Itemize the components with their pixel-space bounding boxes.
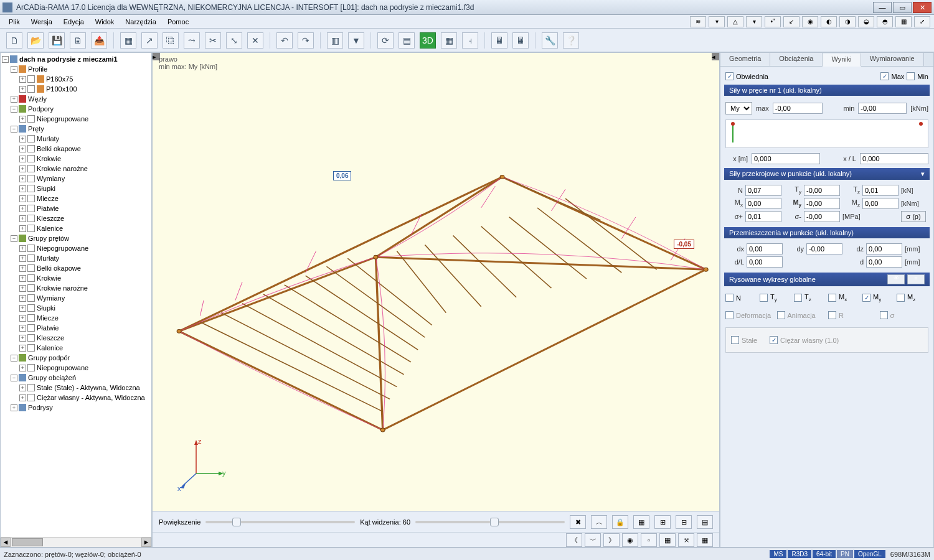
- chk-obwiednia[interactable]: ✓: [725, 72, 734, 80]
- save-as-icon[interactable]: 🗎: [70, 32, 86, 49]
- rbtn-1[interactable]: ≋: [690, 16, 706, 27]
- axis-toggle-icon[interactable]: ⤧: [678, 533, 694, 547]
- min-input[interactable]: [858, 103, 907, 114]
- zoom-slider[interactable]: [205, 521, 355, 523]
- menu-plik[interactable]: Plik: [4, 17, 25, 27]
- rbtn-9[interactable]: ◑: [839, 16, 856, 27]
- tree-item[interactable]: +Płatwie: [2, 323, 150, 333]
- rbtn-6[interactable]: ↙: [783, 16, 800, 27]
- tz-input[interactable]: [862, 185, 899, 196]
- chk-tz[interactable]: [794, 294, 802, 302]
- tree-item[interactable]: +Belki okapowe: [2, 144, 150, 154]
- maximize-button[interactable]: ▭: [893, 2, 912, 13]
- globe-icon[interactable]: ◉: [622, 533, 638, 547]
- tree-root[interactable]: −dach na podrysie z mieczami1: [2, 54, 150, 64]
- viewport-handle-icon[interactable]: ◂: [712, 53, 719, 60]
- grid-icon[interactable]: ▦: [120, 32, 136, 49]
- ty-input[interactable]: [804, 185, 840, 196]
- angle-slider[interactable]: [415, 521, 565, 523]
- tree-grupy-obc[interactable]: −Grupy obciążeń: [2, 373, 150, 383]
- view-toggle-icon[interactable]: 👁: [887, 274, 905, 284]
- open-icon[interactable]: 📂: [27, 32, 44, 49]
- node-icon[interactable]: ▫: [641, 533, 657, 547]
- tree-item[interactable]: +Stałe (Stałe) - Aktywna, Widoczna: [2, 383, 150, 393]
- minimize-button[interactable]: —: [873, 2, 892, 13]
- sp-input[interactable]: [745, 211, 781, 222]
- menu-pomoc[interactable]: Pomoc: [163, 17, 194, 27]
- close-button[interactable]: ✕: [913, 2, 932, 13]
- calc2-icon[interactable]: 🖩: [512, 32, 529, 49]
- rbtn-7[interactable]: ◉: [802, 16, 818, 27]
- menu-wersja[interactable]: Wersja: [26, 17, 57, 27]
- tree-profile[interactable]: −Profile: [2, 64, 150, 74]
- sm-input[interactable]: [804, 211, 840, 222]
- chk-mx[interactable]: [828, 294, 836, 302]
- menu-edycja[interactable]: Edycja: [59, 17, 89, 27]
- max-input[interactable]: [773, 103, 823, 114]
- tree-item[interactable]: +Ciężar własny - Aktywna, Widoczna: [2, 393, 150, 403]
- dl-input[interactable]: [747, 256, 783, 268]
- tab-wymiarowanie[interactable]: Wymiarowanie: [861, 53, 924, 66]
- dx-input[interactable]: [747, 243, 783, 254]
- connect-icon[interactable]: ⤳: [184, 32, 200, 49]
- tree-item[interactable]: +Miecze: [2, 194, 150, 203]
- view3-icon[interactable]: ⊟: [676, 515, 692, 529]
- save-icon[interactable]: 💾: [49, 32, 65, 49]
- chk-ty[interactable]: [760, 294, 768, 302]
- tree-grupy-pretow[interactable]: −Grupy prętów: [2, 233, 150, 243]
- n-input[interactable]: [745, 185, 781, 196]
- view2-icon[interactable]: ⊞: [654, 515, 671, 529]
- tree-item[interactable]: +P160x75: [2, 74, 150, 84]
- tree-item[interactable]: +Krokwie narożne: [2, 164, 150, 174]
- down-icon[interactable]: ﹀: [585, 533, 601, 547]
- grid2-icon[interactable]: ▦: [441, 32, 457, 49]
- help-icon[interactable]: ❔: [563, 32, 579, 49]
- left-icon[interactable]: 《: [566, 533, 582, 547]
- tab-geometria[interactable]: Geometria: [720, 53, 770, 66]
- grid-icon[interactable]: ▦: [659, 533, 676, 547]
- tree-podpory[interactable]: −Podpory: [2, 104, 150, 114]
- tree-item[interactable]: +Belki okapowe: [2, 263, 150, 273]
- tree-wezly[interactable]: +Węzły: [2, 94, 150, 104]
- tree-item[interactable]: +Kleszcze: [2, 333, 150, 343]
- menu-widok[interactable]: Widok: [90, 17, 120, 27]
- grid-toggle-icon[interactable]: ▦: [697, 533, 713, 547]
- tree-item[interactable]: +P100x100: [2, 84, 150, 94]
- tree-item[interactable]: +Niepogrupowane: [2, 114, 150, 124]
- chk-min[interactable]: [907, 72, 915, 80]
- tree-item[interactable]: +Murłaty: [2, 134, 150, 144]
- horizontal-scrollbar[interactable]: ◄►: [1, 537, 151, 547]
- delete-icon[interactable]: ✕: [247, 32, 263, 49]
- tree-item[interactable]: +Słupki: [2, 184, 150, 194]
- report-icon[interactable]: ▤: [399, 32, 415, 49]
- rbtn-8[interactable]: ◐: [821, 16, 837, 27]
- rbtn-3[interactable]: △: [727, 16, 743, 27]
- rbtn-11[interactable]: ◓: [877, 16, 893, 27]
- new-icon[interactable]: 🗋: [6, 32, 22, 49]
- tree-item[interactable]: +Murłaty: [2, 253, 150, 263]
- export-icon[interactable]: 📤: [91, 32, 107, 49]
- up-icon[interactable]: ︿: [591, 515, 607, 529]
- tree-item[interactable]: +Kalenice: [2, 343, 150, 353]
- tree-item[interactable]: +Kleszcze: [2, 213, 150, 223]
- view1-icon[interactable]: ▦: [633, 515, 649, 529]
- tree-item[interactable]: +Krokwie: [2, 273, 150, 283]
- view4-icon[interactable]: ▤: [697, 515, 713, 529]
- right-icon[interactable]: 》: [603, 533, 620, 547]
- dz-input[interactable]: [866, 243, 902, 254]
- tree-item[interactable]: +Wymiany: [2, 293, 150, 303]
- sigma-p-button[interactable]: σ (p): [901, 211, 926, 222]
- mz-input[interactable]: [862, 198, 899, 209]
- rbtn-4[interactable]: ▾: [746, 16, 762, 27]
- dy-input[interactable]: [806, 243, 842, 254]
- menu-narzedzia[interactable]: Narzędzia: [120, 17, 161, 27]
- table-icon[interactable]: ▥: [327, 32, 343, 49]
- fit-icon[interactable]: ✖: [570, 515, 586, 529]
- chk-my[interactable]: ✓: [862, 294, 870, 302]
- copy-icon[interactable]: ⿻: [163, 32, 179, 49]
- 3d-icon[interactable]: 3D: [420, 32, 436, 49]
- redo-icon[interactable]: ↷: [298, 32, 314, 49]
- rbtn-10[interactable]: ◒: [858, 16, 874, 27]
- rbtn-2[interactable]: ▾: [709, 16, 725, 27]
- align-icon[interactable]: ⫞: [462, 32, 478, 49]
